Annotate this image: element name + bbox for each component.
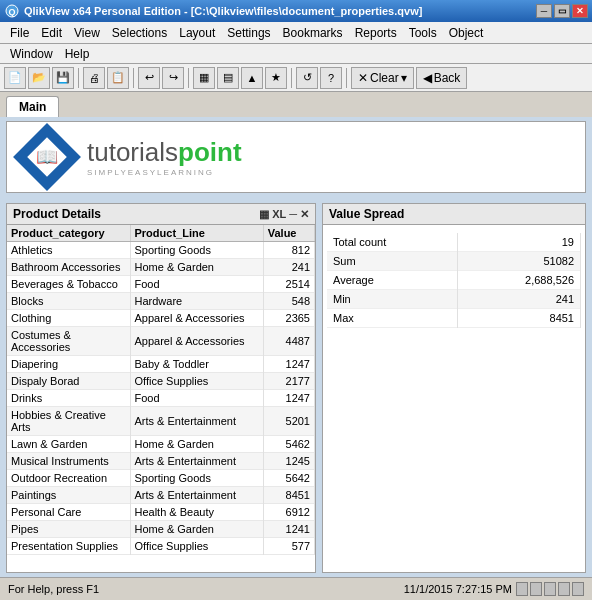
- vs-label: Min: [327, 290, 457, 309]
- table-row[interactable]: Costumes & AccessoriesApparel & Accessor…: [7, 327, 315, 356]
- undo-button[interactable]: ↩: [138, 67, 160, 89]
- window-controls[interactable]: ─ ▭ ✕: [536, 4, 588, 18]
- vs-value: 51082: [457, 252, 580, 271]
- panel-icon-close[interactable]: ✕: [300, 208, 309, 221]
- btn6[interactable]: ?: [320, 67, 342, 89]
- table-cell-1: Office Supplies: [130, 373, 263, 390]
- menu-window[interactable]: Window: [4, 45, 59, 63]
- table-cell-1: Hardware: [130, 293, 263, 310]
- panel-icon-minimize[interactable]: ─: [289, 208, 297, 220]
- menu-tools[interactable]: Tools: [403, 24, 443, 42]
- table-cell-0: Hobbies & Creative Arts: [7, 407, 130, 436]
- table-cell-1: Food: [130, 276, 263, 293]
- panel-icon-xl[interactable]: XL: [272, 208, 286, 220]
- status-box-5: [572, 582, 584, 596]
- table-cell-2: 2365: [263, 310, 314, 327]
- btn2[interactable]: ▤: [217, 67, 239, 89]
- logo-brand: tutorialspoint: [87, 137, 242, 168]
- sep-4: [291, 68, 292, 88]
- status-bar: For Help, press F1 11/1/2015 7:27:15 PM: [0, 577, 592, 599]
- table-row[interactable]: PaintingsArts & Entertainment8451: [7, 487, 315, 504]
- vs-value: 2,688,526: [457, 271, 580, 290]
- print-button[interactable]: 🖨: [83, 67, 105, 89]
- vs-content: Total count19Sum51082Average2,688,526Min…: [323, 225, 585, 332]
- menu-bookmarks[interactable]: Bookmarks: [277, 24, 349, 42]
- table-row[interactable]: PipesHome & Garden1241: [7, 521, 315, 538]
- btn4[interactable]: ★: [265, 67, 287, 89]
- back-button[interactable]: ◀ Back: [416, 67, 468, 89]
- new-button[interactable]: 📄: [4, 67, 26, 89]
- table-row[interactable]: DrinksFood1247: [7, 390, 315, 407]
- status-box-1: [516, 582, 528, 596]
- open-button[interactable]: 📂: [28, 67, 50, 89]
- vs-row: Sum51082: [327, 252, 581, 271]
- table-cell-0: Beverages & Tobacco: [7, 276, 130, 293]
- btn5[interactable]: ↺: [296, 67, 318, 89]
- close-button[interactable]: ✕: [572, 4, 588, 18]
- product-table-container[interactable]: Product_category Product_Line Value Athl…: [7, 225, 315, 572]
- toolbar: 📄 📂 💾 🖨 📋 ↩ ↪ ▦ ▤ ▲ ★ ↺ ? ✕ Clear ▾ ◀ Ba…: [0, 64, 592, 92]
- table-cell-1: Home & Garden: [130, 259, 263, 276]
- btn3[interactable]: ▲: [241, 67, 263, 89]
- vs-value: 241: [457, 290, 580, 309]
- table-cell-1: Sporting Goods: [130, 470, 263, 487]
- logo-area: 📖 tutorialspoint SIMPLYEASYLEARNING: [6, 121, 586, 193]
- tab-main[interactable]: Main: [6, 96, 59, 117]
- table-cell-2: 1241: [263, 521, 314, 538]
- panel-icon-table[interactable]: ▦: [259, 208, 269, 221]
- logo-tagline: SIMPLYEASYLEARNING: [87, 168, 242, 177]
- sep-3: [188, 68, 189, 88]
- table-cell-0: Drinks: [7, 390, 130, 407]
- clear-button[interactable]: ✕ Clear ▾: [351, 67, 414, 89]
- table-cell-0: Bathroom Accessories: [7, 259, 130, 276]
- table-row[interactable]: Presentation SuppliesOffice Supplies577: [7, 538, 315, 555]
- table-row[interactable]: Personal CareHealth & Beauty6912: [7, 504, 315, 521]
- status-boxes: [516, 582, 584, 596]
- menu-selections[interactable]: Selections: [106, 24, 173, 42]
- table-cell-1: Food: [130, 390, 263, 407]
- menu-layout[interactable]: Layout: [173, 24, 221, 42]
- table-cell-1: Office Supplies: [130, 538, 263, 555]
- table-row[interactable]: BlocksHardware548: [7, 293, 315, 310]
- table-cell-2: 5642: [263, 470, 314, 487]
- table-cell-1: Arts & Entertainment: [130, 407, 263, 436]
- menu-view[interactable]: View: [68, 24, 106, 42]
- main-content: 📖 tutorialspoint SIMPLYEASYLEARNING Prod…: [0, 117, 592, 577]
- redo-button[interactable]: ↪: [162, 67, 184, 89]
- vs-row: Max8451: [327, 309, 581, 328]
- table-row[interactable]: Bathroom AccessoriesHome & Garden241: [7, 259, 315, 276]
- table-cell-0: Pipes: [7, 521, 130, 538]
- minimize-button[interactable]: ─: [536, 4, 552, 18]
- table-row[interactable]: Beverages & TobaccoFood2514: [7, 276, 315, 293]
- panel-header-icons: ▦ XL ─ ✕: [259, 208, 309, 221]
- status-box-3: [544, 582, 556, 596]
- table-row[interactable]: Lawn & GardenHome & Garden5462: [7, 436, 315, 453]
- save-button[interactable]: 💾: [52, 67, 74, 89]
- menu-settings[interactable]: Settings: [221, 24, 276, 42]
- back-label: Back: [434, 71, 461, 85]
- menu-file[interactable]: File: [4, 24, 35, 42]
- table-row[interactable]: ClothingApparel & Accessories2365: [7, 310, 315, 327]
- clear-dropdown-icon: ▾: [401, 71, 407, 85]
- menu-edit[interactable]: Edit: [35, 24, 68, 42]
- vs-value: 19: [457, 233, 580, 252]
- btn1[interactable]: ▦: [193, 67, 215, 89]
- vs-row: Total count19: [327, 233, 581, 252]
- table-row[interactable]: Dispaly BoradOffice Supplies2177: [7, 373, 315, 390]
- restore-button[interactable]: ▭: [554, 4, 570, 18]
- table-cell-1: Home & Garden: [130, 436, 263, 453]
- table-row[interactable]: DiaperingBaby & Toddler1247: [7, 356, 315, 373]
- menu-help[interactable]: Help: [59, 45, 96, 63]
- product-table: Product_category Product_Line Value Athl…: [7, 225, 315, 555]
- table-cell-2: 577: [263, 538, 314, 555]
- menu-object[interactable]: Object: [443, 24, 490, 42]
- table-row[interactable]: Outdoor RecreationSporting Goods5642: [7, 470, 315, 487]
- copy-button[interactable]: 📋: [107, 67, 129, 89]
- table-cell-2: 1247: [263, 390, 314, 407]
- menu-reports[interactable]: Reports: [349, 24, 403, 42]
- app-icon: Q: [4, 3, 20, 19]
- window-title: QlikView x64 Personal Edition - [C:\Qlik…: [24, 5, 536, 17]
- table-row[interactable]: AthleticsSporting Goods812: [7, 242, 315, 259]
- table-row[interactable]: Hobbies & Creative ArtsArts & Entertainm…: [7, 407, 315, 436]
- table-row[interactable]: Musical InstrumentsArts & Entertainment1…: [7, 453, 315, 470]
